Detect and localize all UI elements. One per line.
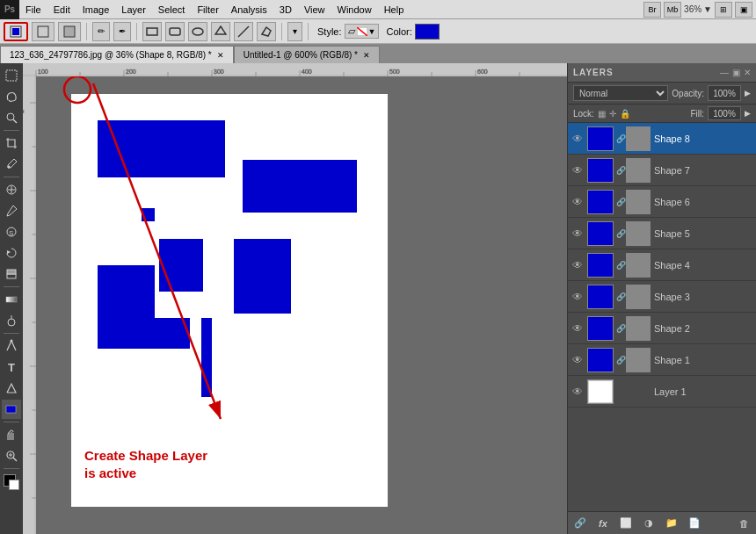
tool-crop[interactable] — [2, 134, 21, 153]
tool-dodge[interactable] — [2, 311, 21, 330]
tool-zoom[interactable] — [2, 446, 21, 465]
geometry-options-btn[interactable]: ▾ — [287, 22, 302, 41]
layer-row-shape2[interactable]: 👁 🔗 Shape 2 — [568, 313, 756, 344]
link-layers-btn[interactable]: 🔗 — [571, 515, 589, 532]
layer-eye-shape8[interactable]: 👁 — [570, 123, 585, 155]
polygon-shape-btn[interactable] — [211, 22, 230, 41]
tool-gradient[interactable] — [2, 290, 21, 309]
layer-row-shape5[interactable]: 👁 🔗 Shape 5 — [568, 218, 756, 249]
style-picker[interactable]: ▱ ▼ — [345, 24, 380, 39]
menu-view[interactable]: View — [298, 3, 331, 17]
foreground-color[interactable] — [2, 473, 21, 492]
layer-eye-shape6[interactable]: 👁 — [570, 186, 585, 218]
shape-large-top — [98, 120, 225, 177]
delete-layer-btn[interactable]: 🗑 — [735, 515, 752, 532]
fill-input[interactable] — [708, 106, 741, 120]
menu-analysis[interactable]: Analysis — [225, 3, 273, 17]
menu-image[interactable]: Image — [76, 3, 116, 17]
custom-shape-btn[interactable] — [257, 22, 276, 41]
menu-layer[interactable]: Layer — [115, 3, 152, 17]
tool-sep-3 — [4, 286, 19, 287]
tab-main-file[interactable]: 123_636_24797786.jpg @ 36% (Shape 8, RGB… — [0, 46, 234, 63]
canvas-area[interactable]: 100 200 300 400 500 600 — [23, 63, 567, 534]
tool-brush[interactable] — [2, 201, 21, 220]
tool-path-select[interactable] — [2, 379, 21, 398]
tool-type[interactable]: T — [2, 357, 21, 377]
layer-eye-shape3[interactable]: 👁 — [570, 281, 585, 313]
menu-help[interactable]: Help — [378, 3, 411, 17]
layer-thumb-layer1 — [587, 379, 614, 404]
layer-eye-shape1[interactable]: 👁 — [570, 344, 585, 376]
tool-history[interactable] — [2, 243, 21, 263]
bridge-icon[interactable]: Br — [643, 2, 661, 18]
lock-all[interactable]: 🔒 — [620, 109, 630, 119]
layer-row-shape4[interactable]: 👁 🔗 Shape 4 — [568, 249, 756, 281]
rectangle-shape-btn[interactable] — [142, 22, 162, 41]
layer-list[interactable]: 👁 🔗 Shape 8 👁 🔗 Shape 7 👁 — [568, 123, 756, 511]
blend-mode-select[interactable]: Normal Multiply Screen — [573, 85, 668, 101]
tool-hand[interactable] — [2, 425, 21, 444]
layer-row-shape8[interactable]: 👁 🔗 Shape 8 — [568, 123, 756, 155]
fill-label: Fill: — [690, 109, 704, 119]
panel-close-btn[interactable]: ✕ — [744, 68, 751, 77]
layer-row-shape1[interactable]: 👁 🔗 Shape 1 — [568, 344, 756, 376]
tool-clone[interactable]: S — [2, 222, 21, 242]
panel-expand-btn[interactable]: ▣ — [732, 68, 740, 77]
tool-shape[interactable] — [2, 400, 21, 419]
svg-text:400: 400 — [302, 69, 312, 75]
layer-row-shape3[interactable]: 👁 🔗 Shape 3 — [568, 281, 756, 313]
tab-main-close[interactable]: ✕ — [217, 51, 224, 60]
layer-row-layer1[interactable]: 👁 Layer 1 — [568, 376, 756, 408]
lock-move[interactable]: ✛ — [609, 109, 616, 119]
tool-eraser[interactable] — [2, 264, 21, 284]
new-layer-btn[interactable]: 📄 — [686, 515, 703, 532]
tab-untitled[interactable]: Untitled-1 @ 600% (RGB/8) * ✕ — [234, 46, 380, 63]
new-group-btn[interactable]: 📁 — [663, 515, 680, 532]
create-path-btn[interactable] — [32, 22, 55, 41]
menu-select[interactable]: Select — [152, 3, 192, 17]
menu-filter[interactable]: Filter — [191, 3, 224, 17]
adjustment-btn[interactable]: ◑ — [640, 515, 658, 532]
tool-healing[interactable] — [2, 180, 21, 199]
pen-tool-btn[interactable]: ✏ — [92, 22, 110, 41]
fill-pixels-btn[interactable] — [58, 22, 81, 41]
tool-marquee[interactable] — [2, 66, 21, 85]
rounded-rect-shape-btn[interactable] — [165, 22, 185, 41]
layer-eye-shape2[interactable]: 👁 — [570, 313, 585, 344]
line-shape-btn[interactable] — [234, 22, 253, 41]
layer-eye-shape4[interactable]: 👁 — [570, 249, 585, 281]
menu-3d[interactable]: 3D — [273, 3, 298, 17]
fx-btn[interactable]: fx — [594, 515, 612, 532]
opacity-arrow[interactable]: ▶ — [745, 89, 751, 97]
layer-eye-shape7[interactable]: 👁 — [570, 155, 585, 186]
tool-eyedropper[interactable] — [2, 155, 21, 174]
layer-row-shape7[interactable]: 👁 🔗 Shape 7 — [568, 155, 756, 186]
zoom-dropdown-icon[interactable]: ▼ — [703, 4, 712, 14]
layer-eye-shape5[interactable]: 👁 — [570, 218, 585, 249]
svg-marker-20 — [7, 250, 11, 254]
tab-untitled-close[interactable]: ✕ — [363, 51, 370, 60]
tab-untitled-label: Untitled-1 @ 600% (RGB/8) * — [244, 50, 358, 60]
menu-file[interactable]: File — [19, 3, 47, 17]
tool-pen[interactable] — [2, 336, 21, 356]
layer-thumb-shape6 — [587, 190, 614, 214]
tool-lasso[interactable] — [2, 87, 21, 106]
opacity-input[interactable] — [708, 85, 741, 101]
screen-mode-icon[interactable]: ⊞ — [715, 2, 732, 18]
layer-eye-layer1[interactable]: 👁 — [570, 376, 585, 408]
color-swatch[interactable] — [415, 24, 440, 40]
tool-quick-select[interactable] — [2, 108, 21, 127]
mini-bridge-icon[interactable]: Mb — [664, 2, 681, 18]
fill-arrow[interactable]: ▶ — [745, 109, 751, 118]
lock-checkerboard[interactable]: ▦ — [598, 109, 606, 119]
menu-window[interactable]: Window — [331, 3, 378, 17]
ellipse-shape-btn[interactable] — [188, 22, 207, 41]
menu-edit[interactable]: Edit — [47, 3, 76, 17]
freeform-pen-btn[interactable]: ✒ — [113, 22, 131, 41]
create-shape-layer-btn[interactable] — [4, 22, 28, 41]
add-mask-btn[interactable]: ⬜ — [617, 515, 635, 532]
layer-row-shape6[interactable]: 👁 🔗 Shape 6 — [568, 186, 756, 218]
arrange-icon[interactable]: ▣ — [735, 2, 752, 18]
layer-mask-shape7 — [626, 158, 651, 183]
panel-minimize-btn[interactable]: — — [720, 68, 729, 77]
